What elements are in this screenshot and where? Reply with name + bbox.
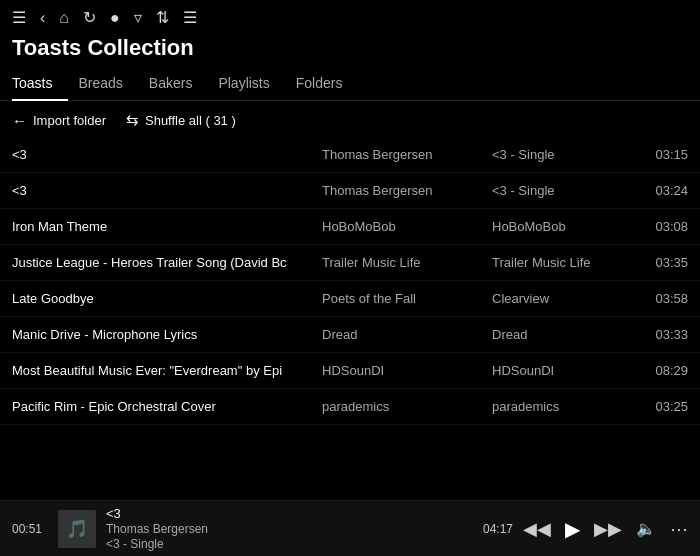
album-art-thumbnail: 🎵 [58, 510, 96, 548]
track-album: <3 - Single [492, 147, 643, 162]
track-album: HDSounDI [492, 363, 643, 378]
tab-playlists[interactable]: Playlists [208, 67, 285, 101]
track-title: <3 [12, 147, 322, 162]
track-album: HoBoMoBob [492, 219, 643, 234]
track-artist: parademics [322, 399, 492, 414]
track-duration: 03:15 [643, 147, 688, 162]
track-duration: 03:35 [643, 255, 688, 270]
import-icon: ← [12, 112, 27, 129]
track-album: Clearview [492, 291, 643, 306]
skip-forward-button[interactable]: ▶▶ [594, 518, 622, 540]
tabs-bar: Toasts Breads Bakers Playlists Folders [0, 67, 700, 101]
track-album: Dread [492, 327, 643, 342]
filter-icon[interactable]: ▿ [134, 8, 142, 27]
home-icon[interactable]: ⌂ [59, 9, 69, 27]
shuffle-all-button[interactable]: ⇆ Shuffle all ( 31 ) [126, 111, 236, 129]
table-row[interactable]: Pacific Rim - Epic Orchestral Cover para… [0, 389, 700, 425]
track-duration: 03:08 [643, 219, 688, 234]
now-playing-track-name: <3 [106, 506, 467, 521]
import-folder-button[interactable]: ← Import folder [12, 112, 106, 129]
table-row[interactable]: Manic Drive - Microphone Lyrics Dread Dr… [0, 317, 700, 353]
tab-breads[interactable]: Breads [68, 67, 138, 101]
track-artist: Dread [322, 327, 492, 342]
track-album: Trailer Music Life [492, 255, 643, 270]
back-icon[interactable]: ‹ [40, 9, 45, 27]
search-icon[interactable]: ● [110, 9, 120, 27]
play-button[interactable]: ▶ [565, 517, 580, 541]
tab-bakers[interactable]: Bakers [139, 67, 209, 101]
track-album: parademics [492, 399, 643, 414]
list-icon[interactable]: ☰ [183, 8, 197, 27]
table-row[interactable]: <3 Thomas Bergersen <3 - Single 03:24 [0, 173, 700, 209]
track-duration: 03:58 [643, 291, 688, 306]
track-artist: Thomas Bergersen [322, 183, 492, 198]
playback-controls: ◀◀ ▶ ▶▶ 🔈 ⋯ [523, 517, 688, 541]
now-playing-artist: Thomas Bergersen [106, 522, 467, 536]
table-row[interactable]: Justice League - Heroes Trailer Song (Da… [0, 245, 700, 281]
hamburger-icon[interactable]: ☰ [12, 8, 26, 27]
track-title: Pacific Rim - Epic Orchestral Cover [12, 399, 322, 414]
table-row[interactable]: Iron Man Theme HoBoMoBob HoBoMoBob 03:08 [0, 209, 700, 245]
track-duration: 03:25 [643, 399, 688, 414]
track-duration: 03:24 [643, 183, 688, 198]
refresh-icon[interactable]: ↻ [83, 8, 96, 27]
track-artist: Thomas Bergersen [322, 147, 492, 162]
track-title: Justice League - Heroes Trailer Song (Da… [12, 255, 322, 270]
track-duration: 03:33 [643, 327, 688, 342]
track-duration: 08:29 [643, 363, 688, 378]
sort-icon[interactable]: ⇅ [156, 8, 169, 27]
table-row[interactable]: <3 Thomas Bergersen <3 - Single 03:15 [0, 137, 700, 173]
track-title: Most Beautiful Music Ever: "Everdream" b… [12, 363, 322, 378]
more-options-button[interactable]: ⋯ [670, 518, 688, 540]
shuffle-icon: ⇆ [126, 111, 139, 129]
track-album: <3 - Single [492, 183, 643, 198]
page-title: Toasts Collection [0, 33, 700, 67]
skip-back-button[interactable]: ◀◀ [523, 518, 551, 540]
table-row[interactable]: Most Beautiful Music Ever: "Everdream" b… [0, 353, 700, 389]
top-nav: ☰ ‹ ⌂ ↻ ● ▿ ⇅ ☰ [0, 0, 700, 33]
current-time: 00:51 [12, 522, 48, 536]
track-artist: Trailer Music Life [322, 255, 492, 270]
now-playing-bar: 00:51 🎵 <3 Thomas Bergersen <3 - Single … [0, 500, 700, 556]
track-artist: HDSounDI [322, 363, 492, 378]
actions-bar: ← Import folder ⇆ Shuffle all ( 31 ) [0, 101, 700, 137]
track-artist: Poets of the Fall [322, 291, 492, 306]
track-list: <3 Thomas Bergersen <3 - Single 03:15 <3… [0, 137, 700, 500]
track-title: Late Goodbye [12, 291, 322, 306]
now-playing-info: <3 Thomas Bergersen <3 - Single [106, 506, 467, 551]
tab-toasts[interactable]: Toasts [12, 67, 68, 101]
tab-folders[interactable]: Folders [286, 67, 359, 101]
table-row[interactable]: Late Goodbye Poets of the Fall Clearview… [0, 281, 700, 317]
track-artist: HoBoMoBob [322, 219, 492, 234]
now-playing-album: <3 - Single [106, 537, 467, 551]
track-title: <3 [12, 183, 322, 198]
volume-button[interactable]: 🔈 [636, 519, 656, 538]
track-title: Iron Man Theme [12, 219, 322, 234]
track-title: Manic Drive - Microphone Lyrics [12, 327, 322, 342]
total-time: 04:17 [477, 522, 513, 536]
